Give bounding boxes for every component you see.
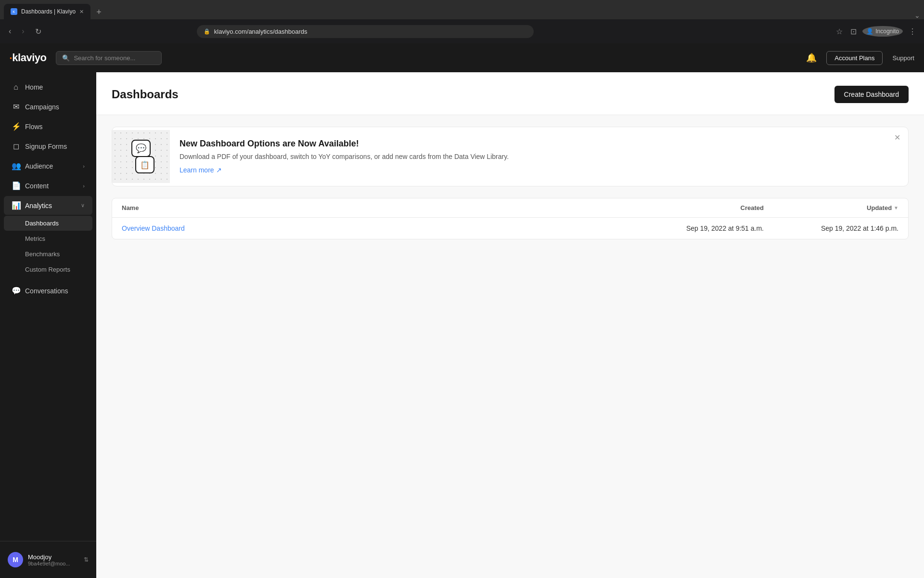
- incognito-label: Incognito: [875, 28, 899, 35]
- sidebar-footer: M Moodjoy 9ba4e9ef@moo... ⇅: [0, 541, 96, 572]
- sidebar-item-campaigns[interactable]: ✉ Campaigns: [4, 97, 92, 116]
- learn-more-link[interactable]: Learn more ↗: [180, 166, 222, 174]
- browser-actions: ☆ ⊡ 👤 Incognito ⋮: [834, 25, 918, 38]
- back-button[interactable]: ‹: [6, 25, 14, 38]
- home-icon: ⌂: [12, 83, 20, 92]
- audience-chevron-icon: ›: [83, 163, 85, 169]
- create-dashboard-button[interactable]: Create Dashboard: [834, 86, 909, 103]
- user-icon: 👤: [866, 28, 873, 35]
- conversations-icon: 💬: [12, 286, 20, 295]
- app-container: ● klaviyo 🔍 Search for someone... 🔔 Acco…: [0, 43, 924, 578]
- dashboards-table: Name Created Updated ▼ Overview Dashboar…: [112, 198, 909, 239]
- account-plans-button[interactable]: Account Plans: [826, 51, 883, 65]
- sidebar-item-content-label: Content: [25, 182, 78, 190]
- reload-button[interactable]: ↻: [32, 25, 44, 38]
- sidebar-item-home-label: Home: [25, 83, 85, 91]
- sidebar-sub-item-metrics[interactable]: Metrics: [4, 231, 92, 246]
- content-icon: 📄: [12, 181, 20, 190]
- sidebar-sub-item-benchmarks[interactable]: Benchmarks: [4, 247, 92, 262]
- column-header-name: Name: [122, 204, 629, 211]
- campaigns-icon: ✉: [12, 102, 20, 111]
- dashboard-name-link[interactable]: Overview Dashboard: [122, 224, 185, 232]
- sidebar-sub-item-custom-reports[interactable]: Custom Reports: [4, 262, 92, 277]
- search-icon: 🔍: [62, 54, 70, 62]
- banner-content: New Dashboard Options are Now Available!…: [170, 127, 908, 186]
- sidebar: ⌂ Home ✉ Campaigns ⚡ Flows ◻ Signup Form…: [0, 72, 96, 578]
- column-header-created: Created: [629, 204, 764, 211]
- name-column-label: Name: [122, 204, 139, 211]
- search-placeholder: Search for someone...: [74, 54, 135, 62]
- sidebar-item-campaigns-label: Campaigns: [25, 103, 85, 111]
- tab-close-button[interactable]: ✕: [79, 9, 84, 15]
- support-button[interactable]: Support: [892, 54, 914, 62]
- sidebar-item-signup-forms[interactable]: ◻ Signup Forms: [4, 137, 92, 156]
- app-body: ⌂ Home ✉ Campaigns ⚡ Flows ◻ Signup Form…: [0, 72, 924, 578]
- user-chevron-icon: ⇅: [84, 556, 89, 563]
- sort-icon: ▼: [894, 205, 898, 210]
- tab-bar: K Dashboards | Klaviyo ✕ + ⌄: [0, 0, 924, 19]
- dashboard-created-cell: Sep 19, 2022 at 9:51 a.m.: [629, 224, 764, 232]
- active-tab[interactable]: K Dashboards | Klaviyo ✕: [4, 4, 90, 19]
- analytics-icon: 📊: [12, 201, 20, 210]
- sidebar-item-audience[interactable]: 👥 Audience ›: [4, 157, 92, 175]
- benchmarks-label: Benchmarks: [25, 250, 60, 258]
- notification-bell-icon[interactable]: 🔔: [806, 53, 817, 63]
- page-title: Dashboards: [112, 88, 179, 101]
- browser-chrome: K Dashboards | Klaviyo ✕ + ⌄ ‹ › ↻ 🔒 kla…: [0, 0, 924, 43]
- user-email: 9ba4e9ef@moo...: [28, 561, 79, 566]
- sidebar-item-flows-label: Flows: [25, 123, 85, 131]
- lock-icon: 🔒: [204, 28, 210, 35]
- main-header: Dashboards Create Dashboard: [96, 72, 924, 115]
- sidebar-sub-item-dashboards[interactable]: Dashboards: [4, 216, 92, 231]
- browser-more-button[interactable]: ⋮: [907, 25, 918, 38]
- address-bar[interactable]: 🔒 klaviyo.com/analytics/dashboards: [197, 25, 534, 38]
- sidebar-item-flows[interactable]: ⚡ Flows: [4, 117, 92, 136]
- search-bar[interactable]: 🔍 Search for someone...: [56, 51, 162, 65]
- user-name: Moodjoy: [28, 553, 79, 561]
- nav-bar: ‹ › ↻ 🔒 klaviyo.com/analytics/dashboards…: [0, 19, 924, 43]
- main-content: Dashboards Create Dashboard 💬 📋 New Dash…: [96, 72, 924, 578]
- tab-favicon: K: [11, 8, 17, 15]
- signup-forms-icon: ◻: [12, 142, 20, 151]
- new-features-banner: 💬 📋 New Dashboard Options are Now Availa…: [112, 127, 909, 186]
- banner-icon-container: 💬 📋: [128, 140, 154, 173]
- tab-more-button[interactable]: ⌄: [914, 12, 920, 19]
- updated-column-label: Updated: [867, 204, 892, 211]
- tab-title: Dashboards | Klaviyo: [21, 8, 76, 15]
- avatar-letter: M: [13, 556, 18, 564]
- content-chevron-icon: ›: [83, 183, 85, 189]
- analytics-submenu: Dashboards Metrics Benchmarks Custom Rep…: [0, 216, 96, 277]
- list-chat-icon: 📋: [135, 156, 154, 173]
- sidebar-item-signup-forms-label: Signup Forms: [25, 143, 85, 150]
- app-header: ● klaviyo 🔍 Search for someone... 🔔 Acco…: [0, 43, 924, 72]
- browser-user-button[interactable]: 👤 Incognito: [862, 26, 903, 37]
- url-text: klaviyo.com/analytics/dashboards: [214, 28, 308, 35]
- sidebar-toggle-button[interactable]: ⊡: [848, 25, 859, 38]
- created-column-label: Created: [741, 204, 764, 211]
- dashboards-label: Dashboards: [25, 220, 59, 227]
- forward-button[interactable]: ›: [19, 25, 27, 38]
- learn-more-label: Learn more: [180, 166, 214, 174]
- table-row: Overview Dashboard Sep 19, 2022 at 9:51 …: [112, 218, 908, 239]
- heart-chat-icon: 💬: [131, 140, 151, 157]
- sidebar-item-home[interactable]: ⌂ Home: [4, 78, 92, 96]
- banner-close-button[interactable]: ✕: [894, 133, 900, 142]
- new-tab-button[interactable]: +: [92, 5, 105, 19]
- sidebar-item-conversations-label: Conversations: [25, 287, 85, 295]
- audience-icon: 👥: [12, 161, 20, 171]
- sidebar-user[interactable]: M Moodjoy 9ba4e9ef@moo... ⇅: [0, 547, 96, 572]
- flows-icon: ⚡: [12, 122, 20, 131]
- banner-description: Download a PDF of your dashboard, switch…: [180, 152, 898, 162]
- sidebar-item-analytics-label: Analytics: [25, 202, 76, 210]
- sidebar-item-audience-label: Audience: [25, 162, 78, 170]
- external-link-icon: ↗: [216, 166, 222, 174]
- sidebar-item-conversations[interactable]: 💬 Conversations: [4, 281, 92, 300]
- dashboard-updated-cell: Sep 19, 2022 at 1:46 p.m.: [764, 224, 898, 232]
- sidebar-item-content[interactable]: 📄 Content ›: [4, 176, 92, 195]
- sidebar-item-analytics[interactable]: 📊 Analytics ∨: [4, 196, 92, 215]
- avatar: M: [8, 552, 23, 567]
- user-info: Moodjoy 9ba4e9ef@moo...: [28, 553, 79, 566]
- analytics-chevron-icon: ∨: [81, 202, 85, 209]
- column-header-updated[interactable]: Updated ▼: [764, 204, 898, 211]
- bookmark-button[interactable]: ☆: [834, 25, 845, 38]
